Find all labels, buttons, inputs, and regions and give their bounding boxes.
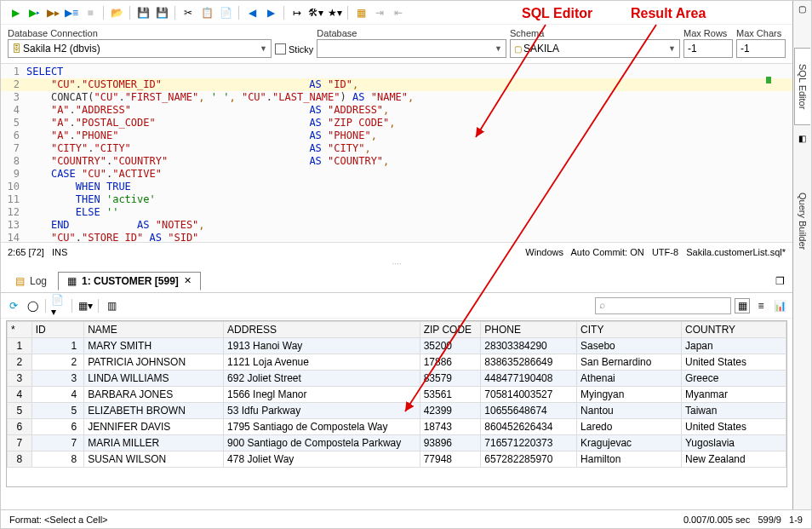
maxchars-input[interactable] <box>736 39 786 58</box>
settings-icon[interactable]: 🛠▾ <box>308 5 323 20</box>
cell-name[interactable]: PATRICIA JOHNSON <box>84 354 224 371</box>
redo-icon[interactable]: ▶ <box>263 5 278 20</box>
cell-address[interactable]: 900 Santiago de Compostela Parkway <box>224 435 420 451</box>
cell-city[interactable]: Myingyan <box>577 387 682 403</box>
table-row[interactable]: 2 2 PATRICIA JOHNSON 1121 Loja Avenue 17… <box>8 354 786 371</box>
cell-address[interactable]: 1121 Loja Avenue <box>224 354 420 371</box>
table-row[interactable]: 1 1 MARY SMITH 1913 Hanoi Way 35200 2830… <box>8 338 786 354</box>
cell-zip[interactable]: 42399 <box>420 403 481 419</box>
export-icon[interactable]: ⇥ <box>372 5 387 20</box>
splitter[interactable]: ···· <box>1 261 792 269</box>
refresh-icon[interactable]: ⟳ <box>6 298 21 313</box>
cell-id[interactable]: 7 <box>31 435 83 451</box>
stop-icon[interactable]: ■ <box>83 5 98 20</box>
cell-country[interactable]: New Zealand <box>682 451 786 468</box>
undo-icon[interactable]: ◀ <box>244 5 260 20</box>
sticky-checkbox[interactable] <box>275 43 286 55</box>
tab-log[interactable]: ▤ Log <box>6 272 56 290</box>
result-grid[interactable]: *IDNAMEADDRESSZIP CODEPHONECITYCOUNTRY 1… <box>6 320 787 487</box>
col-2[interactable]: NAME <box>84 322 224 338</box>
commit-icon[interactable]: ↦ <box>289 5 305 20</box>
sidetab-query-builder[interactable]: Query Builder <box>795 177 810 265</box>
cell-name[interactable]: JENNIFER DAVIS <box>84 419 224 435</box>
text-view-icon[interactable]: ≡ <box>753 298 769 313</box>
cell-country[interactable]: Greece <box>682 371 786 387</box>
cell-country[interactable]: United States <box>682 354 786 371</box>
col-7[interactable]: COUNTRY <box>682 322 786 338</box>
export-grid-icon[interactable]: 📄▾ <box>51 298 66 313</box>
maximize-panel-icon[interactable]: ❐ <box>772 273 787 289</box>
view-mode-icon[interactable]: ▥ <box>104 298 119 313</box>
cell-id[interactable]: 1 <box>31 338 83 354</box>
table-row[interactable]: 4 4 BARBARA JONES 1566 Inegl Manor 53561… <box>8 387 786 403</box>
cell-address[interactable]: 1795 Santiago de Compostela Way <box>224 419 420 435</box>
cell-city[interactable]: Laredo <box>577 419 682 435</box>
cell-phone[interactable]: 28303384290 <box>481 338 577 354</box>
cell-zip[interactable]: 18743 <box>420 419 481 435</box>
col-6[interactable]: CITY <box>577 322 682 338</box>
sql-code[interactable]: SELECT "CU"."CUSTOMER_ID" AS "ID", CONCA… <box>26 64 789 242</box>
cell-zip[interactable]: 77948 <box>420 451 481 468</box>
cell-name[interactable]: SUSAN WILSON <box>84 451 224 468</box>
cell-city[interactable]: San Bernardino <box>577 354 682 371</box>
cell-zip[interactable]: 53561 <box>420 387 481 403</box>
bookmark-icon[interactable]: ★▾ <box>327 5 342 20</box>
table-row[interactable]: 6 6 JENNIFER DAVIS 1795 Santiago de Comp… <box>8 419 786 435</box>
cell-city[interactable]: Kragujevac <box>577 435 682 451</box>
cell-phone[interactable]: 705814003527 <box>481 387 577 403</box>
grid-search[interactable] <box>595 297 731 314</box>
cell-phone[interactable]: 657282285970 <box>481 451 577 468</box>
cell-phone[interactable]: 716571220373 <box>481 435 577 451</box>
cell-country[interactable]: Yugoslavia <box>682 435 786 451</box>
cell-name[interactable]: MARIA MILLER <box>84 435 224 451</box>
maxrows-input[interactable] <box>683 39 733 58</box>
select-all-icon[interactable]: ▦▾ <box>77 298 93 313</box>
tab-result-1[interactable]: ▦ 1: CUSTOMER [599] ✕ <box>58 272 201 290</box>
col-5[interactable]: PHONE <box>481 322 577 338</box>
cell-name[interactable]: LINDA WILLIAMS <box>84 371 224 387</box>
sql-editor[interactable]: 1234567891011121314 SELECT "CU"."CUSTOME… <box>1 63 792 242</box>
col-0[interactable]: * <box>8 322 32 338</box>
cell-city[interactable]: Athenai <box>577 371 682 387</box>
cell-address[interactable]: 1566 Inegl Manor <box>224 387 420 403</box>
cell-id[interactable]: 8 <box>31 451 83 468</box>
cell-phone[interactable]: 860452626434 <box>481 419 577 435</box>
save-icon[interactable]: 💾 <box>135 5 151 20</box>
cell-city[interactable]: Sasebo <box>577 338 682 354</box>
grid-search-input[interactable] <box>595 297 731 314</box>
cell-id[interactable]: 3 <box>31 371 83 387</box>
grid-view-icon[interactable]: ▦ <box>735 298 750 313</box>
chart-view-icon[interactable]: 📊 <box>772 298 787 313</box>
col-1[interactable]: ID <box>31 322 83 338</box>
cell-country[interactable]: United States <box>682 419 786 435</box>
cell-country[interactable]: Myanmar <box>682 387 786 403</box>
col-3[interactable]: ADDRESS <box>224 322 420 338</box>
cell-phone[interactable]: 10655648674 <box>481 403 577 419</box>
cell-address[interactable]: 1913 Hanoi Way <box>224 338 420 354</box>
run-icon[interactable]: ▶ <box>8 5 23 20</box>
run-all-icon[interactable]: ▶≡ <box>64 5 79 20</box>
open-icon[interactable]: 📂 <box>109 5 124 20</box>
copy-icon[interactable]: 📋 <box>199 5 214 20</box>
cell-id[interactable]: 6 <box>31 419 83 435</box>
cell-id[interactable]: 5 <box>31 403 83 419</box>
cell-phone[interactable]: 448477190408 <box>481 371 577 387</box>
import-icon[interactable]: ⇤ <box>391 5 406 20</box>
col-4[interactable]: ZIP CODE <box>420 322 481 338</box>
sticky-checkbox-group[interactable]: Sticky <box>275 43 313 58</box>
run-script-icon[interactable]: ▶▸ <box>26 5 42 20</box>
cell-zip[interactable]: 17886 <box>420 354 481 371</box>
pin-icon[interactable]: ◯ <box>25 298 40 313</box>
cell-address[interactable]: 692 Joliet Street <box>224 371 420 387</box>
cell-name[interactable]: ELIZABETH BROWN <box>84 403 224 419</box>
cell-zip[interactable]: 93896 <box>420 435 481 451</box>
cell-phone[interactable]: 838635286649 <box>481 354 577 371</box>
cut-icon[interactable]: ✂ <box>180 5 196 20</box>
paste-icon[interactable]: 📄 <box>218 5 233 20</box>
cell-name[interactable]: BARBARA JONES <box>84 387 224 403</box>
cell-zip[interactable]: 35200 <box>420 338 481 354</box>
table-row[interactable]: 7 7 MARIA MILLER 900 Santiago de Compost… <box>8 435 786 451</box>
table-row[interactable]: 3 3 LINDA WILLIAMS 692 Joliet Street 835… <box>8 371 786 387</box>
export-result-icon[interactable]: ▦ <box>353 5 369 20</box>
cell-city[interactable]: Nantou <box>577 403 682 419</box>
